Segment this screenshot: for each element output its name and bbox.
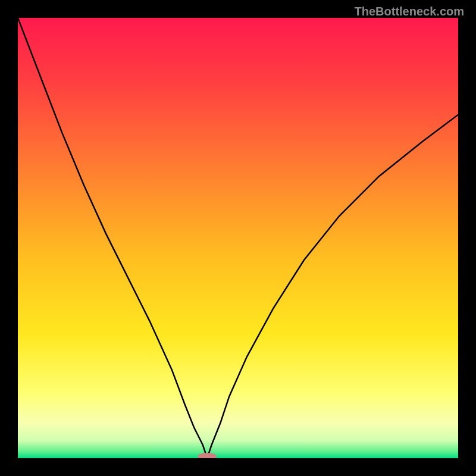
chart-svg xyxy=(18,18,458,458)
chart-container xyxy=(18,18,458,458)
watermark-text: TheBottleneck.com xyxy=(355,5,464,18)
chart-background xyxy=(18,18,458,458)
